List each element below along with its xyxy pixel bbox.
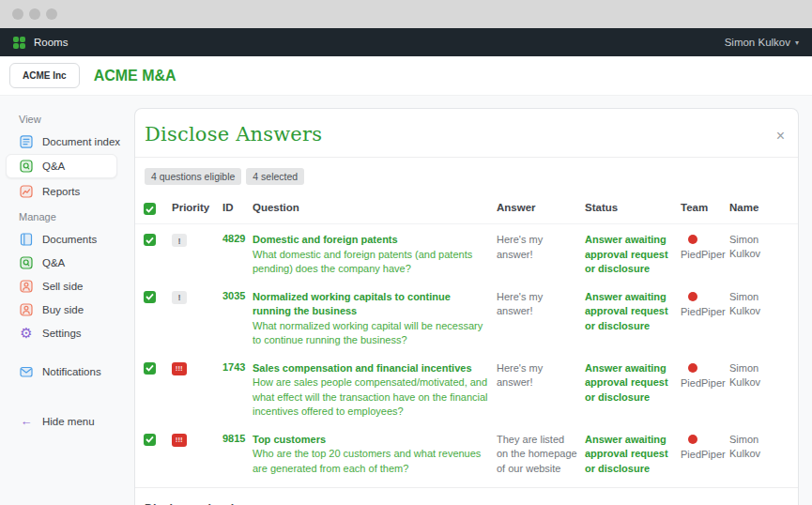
room-header: ACME Inc ACME M&A bbox=[0, 56, 812, 96]
question-title[interactable]: Sales compensation and financial incenti… bbox=[253, 361, 489, 376]
sidebar-item-sell-side[interactable]: Sell side bbox=[0, 274, 123, 298]
qa-icon bbox=[19, 255, 34, 270]
question-title[interactable]: Top customers bbox=[253, 433, 489, 448]
status-text: Answer awaiting approval request or disc… bbox=[585, 233, 673, 277]
sidebar-item-reports[interactable]: Reports bbox=[0, 179, 123, 203]
team-color-dot bbox=[688, 235, 697, 244]
team-name: PiedPiper bbox=[681, 377, 722, 389]
rooms-nav-label[interactable]: Rooms bbox=[34, 37, 68, 48]
question-text: How are sales people compensated/motivat… bbox=[253, 375, 489, 420]
selected-count-badge: 4 selected bbox=[246, 168, 304, 185]
status-text: Answer awaiting approval request or disc… bbox=[585, 361, 673, 420]
sell-side-person-icon bbox=[19, 279, 34, 294]
answer-text: Here's my answer! bbox=[497, 290, 577, 348]
sidebar-item-label: Notifications bbox=[42, 366, 101, 377]
documents-icon bbox=[19, 232, 34, 247]
content-area: View Document index Q&A Reports Manage bbox=[0, 96, 812, 505]
question-text: Who are the top 20 customers and what re… bbox=[253, 447, 489, 476]
window-close-icon[interactable] bbox=[12, 8, 23, 20]
answer-text: Here's my answer! bbox=[497, 233, 577, 277]
window-minimize-icon[interactable] bbox=[29, 8, 40, 20]
question-id[interactable]: 9815 bbox=[222, 433, 245, 477]
sidebar-item-hide-menu[interactable]: ← Hide menu bbox=[0, 409, 123, 433]
app-grid-icon[interactable] bbox=[13, 37, 25, 49]
eligible-count-badge: 4 questions eligible bbox=[145, 168, 241, 185]
table-row: !!! 9815 Top customers Who are the top 2… bbox=[135, 424, 798, 482]
gear-icon: ⚙ bbox=[19, 326, 34, 341]
sidebar-item-qa-view[interactable]: Q&A bbox=[6, 154, 117, 178]
priority-badge: !!! bbox=[172, 362, 187, 375]
author-name: Simon Kulkov bbox=[729, 433, 767, 477]
sidebar-item-document-index[interactable]: Document index bbox=[0, 130, 123, 153]
row-checkbox[interactable] bbox=[144, 291, 156, 303]
col-header-name[interactable]: Name bbox=[729, 202, 767, 215]
sidebar-item-notifications[interactable]: Notifications bbox=[0, 360, 123, 383]
user-menu[interactable]: Simon Kulkov ▾ bbox=[725, 37, 799, 48]
answer-text: They are listed on the homepage of our w… bbox=[497, 433, 577, 477]
author-name: Simon Kulkov bbox=[729, 361, 767, 420]
sidebar-item-label: Q&A bbox=[42, 161, 65, 172]
col-header-id[interactable]: ID bbox=[222, 202, 245, 215]
team-color-dot bbox=[688, 435, 697, 444]
questions-table: Priority ID Question Answer Status Team … bbox=[135, 196, 798, 481]
col-header-question[interactable]: Question bbox=[253, 202, 489, 215]
table-row: ! 3035 Normalized working capitals to co… bbox=[135, 282, 798, 353]
sidebar-section-manage: Manage bbox=[0, 203, 123, 227]
envelope-icon bbox=[19, 364, 34, 379]
sidebar-item-buy-side[interactable]: Buy side bbox=[0, 298, 123, 321]
team-name: PiedPiper bbox=[681, 249, 722, 260]
row-checkbox[interactable] bbox=[144, 362, 156, 375]
question-title[interactable]: Domestic and foreign patents bbox=[253, 233, 489, 248]
priority-badge: ! bbox=[172, 234, 187, 247]
table-row: !!! 1743 Sales compensation and financia… bbox=[135, 353, 798, 424]
sidebar-item-label: Buy side bbox=[42, 304, 84, 315]
col-header-status[interactable]: Status bbox=[585, 202, 673, 215]
priority-badge: !!! bbox=[172, 434, 187, 447]
team-name: PiedPiper bbox=[681, 306, 722, 317]
sidebar-item-documents[interactable]: Documents bbox=[0, 227, 123, 251]
row-checkbox[interactable] bbox=[144, 234, 156, 246]
summary-badges: 4 questions eligible 4 selected bbox=[145, 168, 798, 185]
question-title[interactable]: Normalized working capitals to continue … bbox=[253, 290, 489, 319]
status-text: Answer awaiting approval request or disc… bbox=[585, 290, 673, 348]
answer-text: Here's my answer! bbox=[497, 361, 577, 420]
sidebar-item-qa-manage[interactable]: Q&A bbox=[0, 251, 123, 274]
col-header-answer[interactable]: Answer bbox=[497, 202, 577, 215]
question-id[interactable]: 4829 bbox=[222, 233, 245, 277]
sidebar: View Document index Q&A Reports Manage bbox=[0, 96, 123, 505]
sidebar-item-label: Sell side bbox=[42, 281, 83, 292]
row-checkbox[interactable] bbox=[144, 434, 156, 446]
team-color-dot bbox=[688, 363, 697, 373]
window-titlebar bbox=[0, 0, 812, 28]
select-all-checkbox[interactable] bbox=[144, 203, 156, 215]
chevron-down-icon: ▾ bbox=[795, 38, 799, 47]
arrow-left-icon: ← bbox=[19, 414, 34, 428]
reports-icon bbox=[19, 184, 34, 199]
col-header-priority[interactable]: Priority bbox=[172, 202, 215, 215]
window-zoom-icon[interactable] bbox=[46, 8, 57, 20]
sidebar-item-label: Settings bbox=[42, 328, 82, 339]
team-name: PiedPiper bbox=[681, 449, 722, 460]
qa-icon bbox=[19, 159, 34, 174]
col-header-team[interactable]: Team bbox=[681, 202, 722, 215]
sidebar-item-label: Documents bbox=[42, 234, 97, 245]
author-name: Simon Kulkov bbox=[729, 290, 767, 348]
team-color-dot bbox=[688, 292, 697, 301]
question-text: What normalized working capital will be … bbox=[253, 319, 489, 348]
sidebar-item-settings[interactable]: ⚙ Settings bbox=[0, 321, 123, 344]
sidebar-item-label: Hide menu bbox=[42, 416, 95, 427]
top-navbar: Rooms Simon Kulkov ▾ bbox=[0, 28, 812, 56]
disclose-answers-panel: Disclose Answers × 4 questions eligible … bbox=[134, 108, 799, 505]
sidebar-section-view: View bbox=[0, 105, 123, 130]
status-text: Answer awaiting approval request or disc… bbox=[585, 433, 673, 477]
question-id[interactable]: 1743 bbox=[222, 361, 245, 420]
user-name-label: Simon Kulkov bbox=[725, 37, 790, 48]
table-bottom-divider bbox=[135, 487, 798, 488]
question-id[interactable]: 3035 bbox=[222, 290, 245, 348]
org-badge[interactable]: ACME Inc bbox=[9, 63, 80, 88]
table-row: ! 4829 Domestic and foreign patents What… bbox=[135, 224, 798, 282]
close-icon[interactable]: × bbox=[776, 129, 785, 145]
sidebar-item-label: Q&A bbox=[42, 257, 65, 268]
title-divider bbox=[135, 157, 798, 158]
sidebar-item-label: Reports bbox=[42, 186, 80, 197]
